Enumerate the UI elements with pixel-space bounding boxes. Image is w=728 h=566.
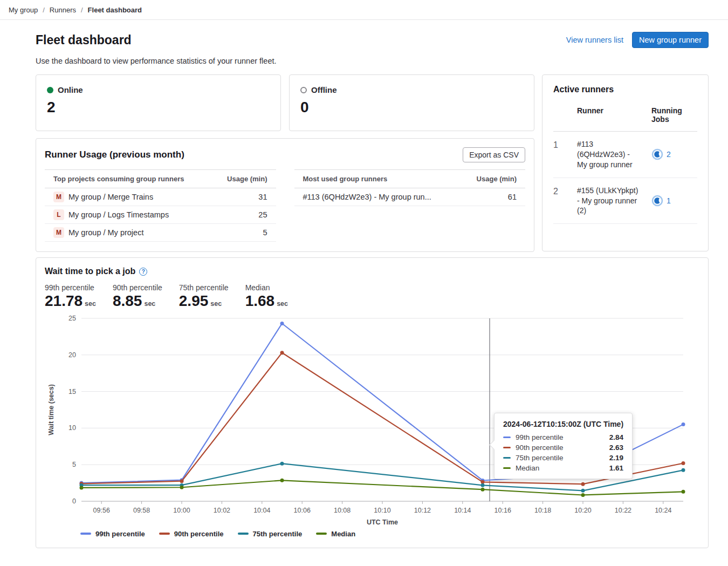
series-point-90th-percentile [180,479,184,483]
wait-time-card: Wait time to pick a job ? 99th percentil… [36,257,709,548]
x-axis-tick-label: 10:00 [173,507,190,514]
series-point-median [481,487,485,491]
series-point-median [581,493,585,497]
tooltip-row: Median1.61 [503,464,623,472]
series-point-median [180,486,184,489]
index-column-header [553,102,577,132]
x-axis-tick-label: 10:02 [214,507,230,514]
table-row: LMy group / Logs Timestamps25 [45,206,276,224]
runner-usage-title: Runner Usage (previous month) [45,149,184,160]
series-point-75th-percentile [581,489,585,493]
y-axis-tick-label: 5 [72,461,76,468]
breadcrumb-item-runners[interactable]: Runners [50,6,76,14]
tooltip-series-value: 2.19 [588,454,623,462]
series-line-median [81,480,683,495]
running-jobs-column-header: Running Jobs [640,102,697,132]
x-axis-tick-label: 10:22 [615,507,631,514]
stat-value: 21.78sec [45,293,96,310]
stat-value: 1.68sec [245,293,288,310]
chart-legend: 99th percentile90th percentile75th perce… [80,530,699,538]
project-avatar: L [53,209,64,220]
x-axis-tick-label: 10:04 [253,507,270,514]
series-point-median [80,486,84,489]
stat-75th-percentile: 75th percentile2.95sec [179,283,229,310]
y-axis-title: Wait time (secs) [47,384,55,435]
breadcrumb-separator: / [81,6,83,14]
page-title: Fleet dashboard [36,33,132,47]
y-axis-tick-label: 10 [68,424,76,432]
x-axis-tick-label: 10:20 [574,507,591,514]
stat-median: Median1.68sec [245,283,288,310]
top-projects-rows: MMy group / Merge Trains31LMy group / Lo… [45,188,276,242]
project-avatar: M [53,227,64,238]
legend-swatch [159,533,170,535]
stat-unit: sec [210,300,222,308]
most-used-runners-rows: #113 (6QHdzW2e3) - My group run...61 [294,188,526,206]
series-point-99th-percentile [280,322,284,325]
percentile-stats-row: 99th percentile21.78sec90th percentile8.… [45,283,699,310]
most-used-runners-column-header: Most used group runners [303,175,388,183]
project-name: My group / Merge Trains [68,193,153,201]
online-label: Online [58,85,83,94]
legend-label: Median [331,530,355,538]
tooltip-series-swatch [503,447,511,449]
series-point-75th-percentile [280,461,284,465]
x-axis-tick-label: 10:12 [414,507,431,514]
legend-item-median[interactable]: Median [316,530,355,538]
legend-item-99th-percentile[interactable]: 99th percentile [80,530,145,538]
tooltip-series-value: 2.84 [588,433,623,441]
running-jobs-icon [651,195,663,207]
x-axis-tick-label: 09:56 [93,507,110,514]
runner-column-header: Runner [577,102,640,132]
tooltip-series-name: 90th percentile [516,444,564,452]
y-axis-tick-label: 25 [68,315,76,322]
tooltip-series-swatch [503,437,511,439]
runner-row-jobs: 1 [640,178,697,224]
stat-unit: sec [277,300,288,308]
tooltip-row: 90th percentile2.63 [503,444,623,452]
tooltip-rows: 99th percentile2.8490th percentile2.6375… [503,433,623,472]
stat-label: Median [245,283,288,292]
tooltip-series-name: Median [516,464,539,472]
x-axis-tick-label: 10:08 [334,507,351,514]
series-point-75th-percentile [481,483,485,487]
legend-label: 99th percentile [95,530,145,538]
breadcrumb-item-my-group[interactable]: My group [9,6,38,14]
y-axis-tick-label: 20 [68,351,76,359]
series-point-median [280,479,284,482]
table-row: MMy group / My project5 [45,224,276,242]
new-group-runner-button[interactable]: New group runner [632,32,709,48]
chart-tooltip: 2024-06-12T10:15:00Z (UTC Time) 99th per… [494,413,633,479]
legend-label: 90th percentile [174,530,224,538]
legend-swatch [238,533,249,535]
stat-label: 75th percentile [179,283,229,292]
offline-count: 0 [300,99,523,116]
legend-item-90th-percentile[interactable]: 90th percentile [159,530,224,538]
runner-row-name[interactable]: #155 (ULkKYpkpt) - My group runner (2) [577,178,640,224]
legend-swatch [316,533,327,535]
online-runners-card: Online 2 [36,74,281,131]
legend-label: 75th percentile [253,530,303,538]
top-projects-column-header: Top projects consuming group runners [53,175,184,183]
y-axis-tick-label: 0 [72,497,76,505]
running-jobs-icon [651,148,663,160]
view-runners-list-link[interactable]: View runners list [566,36,623,44]
series-point-90th-percentile [481,480,485,484]
legend-item-75th-percentile[interactable]: 75th percentile [238,530,303,538]
running-jobs-count[interactable]: 1 [667,196,671,206]
x-axis-tick-label: 10:24 [655,507,671,514]
tooltip-series-value: 1.61 [588,464,623,472]
series-point-75th-percentile [682,468,685,472]
tooltip-row: 99th percentile2.84 [503,433,623,441]
online-count: 2 [47,99,270,116]
export-csv-button[interactable]: Export as CSV [463,147,525,162]
running-jobs-count[interactable]: 2 [667,149,671,160]
offline-status-icon [300,87,307,93]
help-icon[interactable]: ? [139,268,147,276]
tooltip-series-swatch [503,457,511,459]
tooltip-series-swatch [503,467,511,469]
x-axis-tick-label: 10:18 [534,507,551,514]
series-point-90th-percentile [581,482,585,486]
page-content: Fleet dashboard View runners list New gr… [36,32,709,548]
runner-row-name[interactable]: #113 (6QHdzW2e3) - My group runner [577,132,640,178]
